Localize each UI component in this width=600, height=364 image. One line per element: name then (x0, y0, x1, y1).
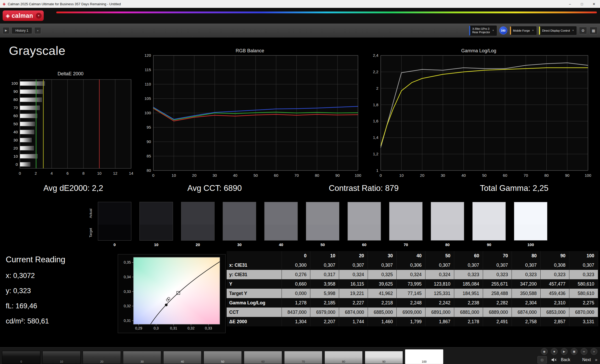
svg-text:100: 100 (355, 173, 361, 178)
pattern-button-60[interactable]: 60 (244, 351, 282, 364)
brand-name: calman (12, 12, 33, 19)
svg-text:0,33: 0,33 (124, 289, 131, 294)
pattern-window-button[interactable]: □ (537, 356, 547, 363)
table-corner-cell (227, 251, 282, 260)
swatch-actual (348, 202, 381, 225)
pattern-button-80[interactable]: 80 (324, 351, 363, 364)
close-button[interactable]: ✕ (588, 0, 600, 8)
grayscale-swatch: 50 (306, 202, 339, 247)
svg-text:60: 60 (503, 173, 507, 178)
table-column-header: 30 (368, 251, 397, 260)
pattern-button-30[interactable]: 30 (123, 351, 161, 364)
grayscale-swatch: 30 (223, 202, 256, 247)
back-button[interactable]: Back (561, 357, 570, 362)
rgb-balance-chart-title: RGB Balance (139, 48, 361, 54)
table-cell: 0,307 (425, 260, 454, 270)
svg-text:20: 20 (192, 173, 197, 178)
swatch-level-label: 10 (139, 242, 173, 247)
table-row: Target Y0,0005,99819,22141,96277,145125,… (227, 289, 598, 298)
table-cell: 2,857 (541, 317, 569, 326)
snapshot-icon[interactable]: ◉ (541, 348, 548, 355)
svg-text:110: 110 (145, 82, 151, 86)
logo-dropdown-icon[interactable]: ▼ (36, 13, 42, 19)
table-column-header: 70 (483, 251, 512, 260)
svg-text:30: 30 (13, 138, 18, 142)
table-cell: 0,307 (569, 260, 598, 270)
svg-text:20: 20 (13, 146, 18, 150)
svg-text:40: 40 (13, 130, 18, 134)
table-cell: 184,951 (454, 289, 483, 298)
calman-logo[interactable]: ◈ calman ▼ (3, 10, 44, 21)
continuous-icon[interactable]: ∞ (581, 348, 587, 355)
table-cell: 0,307 (454, 260, 483, 270)
svg-text:30: 30 (441, 173, 445, 178)
history-expand-button[interactable]: ▶ (3, 27, 9, 34)
calman-logo-mark-icon: ◈ (6, 13, 10, 19)
skip-icon[interactable]: » (591, 348, 597, 355)
swatch-level-label: 100 (514, 242, 547, 247)
svg-text:30: 30 (212, 173, 217, 178)
swatch-actual (265, 202, 298, 225)
app-icon: ◈ (3, 2, 6, 6)
display-control-dropdown[interactable]: Direct Display Control ▼ (539, 26, 576, 35)
svg-text:90: 90 (335, 173, 340, 178)
source-dropdown[interactable]: Mobile Forge ▼ (510, 26, 536, 35)
table-cell: 1,867 (425, 317, 454, 326)
table-row: Gamma Log/Log1,2782,1852,2272,2182,2482,… (227, 298, 598, 308)
history-tab[interactable]: History 1 (12, 27, 32, 34)
play-icon[interactable]: ▶ (561, 348, 568, 355)
table-cell: 0,276 (282, 270, 310, 279)
mute-icon[interactable] (551, 357, 557, 362)
swatch-box (389, 202, 423, 241)
chevron-down-icon: ▼ (572, 29, 574, 32)
pattern-button-0[interactable]: 0 (2, 351, 40, 364)
swatch-actual (306, 202, 339, 225)
table-cell: 2,248 (397, 298, 425, 308)
swatch-actual (98, 202, 131, 225)
swatch-level-label: 90 (472, 242, 506, 247)
svg-text:0,34: 0,34 (124, 275, 131, 279)
pattern-button-20[interactable]: 20 (83, 351, 121, 364)
grayscale-swatch: 100 (514, 202, 547, 247)
meter-dropdown[interactable]: X-Rite i1Pro 3 Rear Projector ▼ (469, 26, 497, 36)
table-cell: 125,331 (425, 289, 454, 298)
logo-bar: ◈ calman ▼ (0, 8, 600, 24)
pattern-button-10[interactable]: 10 (42, 351, 81, 364)
next-button[interactable]: Next (582, 357, 591, 362)
swatch-actual (389, 202, 422, 225)
swatch-actual (514, 202, 547, 225)
display-grid-button[interactable]: ▦ (590, 27, 597, 34)
swatch-actual (473, 202, 506, 225)
pattern-button-100[interactable]: 100 (405, 349, 443, 364)
pattern-button-40[interactable]: 40 (163, 351, 201, 364)
skip-forward-icon[interactable]: » (595, 357, 597, 362)
svg-text:95: 95 (147, 125, 151, 129)
minimize-button[interactable]: – (564, 0, 576, 8)
table-cell: 0,307 (368, 260, 397, 270)
svg-text:2: 2 (376, 86, 378, 90)
pattern-button-label: 0 (2, 360, 40, 363)
add-history-button[interactable]: + (34, 27, 41, 34)
table-row: ΔE 20001,3042,2071,7441,4601,7991,8672,1… (227, 317, 598, 326)
chevron-down-icon: ▼ (532, 29, 534, 32)
table-cell: 6870,000 (569, 308, 598, 317)
grayscale-swatch: 0 (98, 202, 131, 247)
svg-text:70: 70 (294, 173, 299, 178)
table-cell: 2,207 (310, 317, 339, 326)
pattern-button-70[interactable]: 70 (284, 351, 322, 364)
pattern-check-icon[interactable]: ▣ (571, 348, 577, 355)
total-gamma-stat: Total Gamma: 2,25 (442, 184, 586, 193)
pattern-button-90[interactable]: 90 (365, 351, 403, 364)
settings-gear-button[interactable]: ⚙ (579, 27, 587, 34)
table-cell: 0,307 (483, 260, 512, 270)
swatch-box (181, 202, 215, 241)
pattern-button-label: 100 (405, 360, 443, 363)
swatch-actual (431, 202, 464, 225)
svg-text:4: 4 (51, 171, 53, 175)
table-cell: 2,218 (368, 298, 397, 308)
table-cell: 258,488 (483, 289, 512, 298)
stop-icon[interactable]: ■ (551, 348, 558, 355)
meter-status-badge[interactable]: 340 (499, 26, 507, 35)
pattern-button-50[interactable]: 50 (204, 351, 242, 364)
maximize-button[interactable]: □ (576, 0, 588, 8)
